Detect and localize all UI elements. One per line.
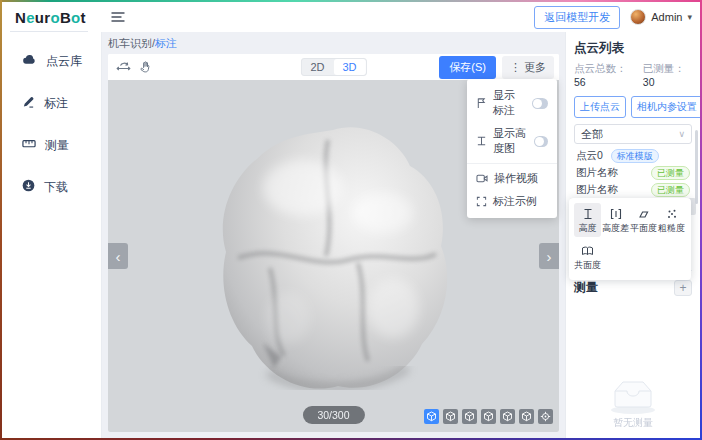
next-image-button[interactable]: › (539, 243, 559, 269)
breadcrumb-current: 标注 (155, 37, 177, 49)
tool-height-diff[interactable]: 高度差 (602, 203, 629, 237)
sidebar-item-annotation[interactable]: 标注 (2, 82, 101, 124)
app-header: NeuroBot 返回模型开发 Admin ▾ (2, 2, 700, 32)
total-label: 点云总数： (574, 62, 627, 74)
frame-border-left (0, 0, 2, 440)
more-dots-icon: ⋮ (510, 61, 521, 74)
sidebar-item-label: 标注 (44, 95, 68, 112)
sidebar: 点云库 标注 测量 下载 (2, 32, 102, 438)
height-map-icon (476, 135, 487, 147)
menu-item-show-heightmap[interactable]: 显示高度图 (467, 122, 557, 160)
breadcrumb: 机车识别/标注 (108, 36, 559, 51)
measure-tool-panel: 高度 高度差 平面度 粗糙度 共面度 (569, 198, 691, 280)
list-scrollbar[interactable] (695, 130, 698, 204)
list-item-image[interactable]: 图片名称 已测量 (574, 181, 692, 198)
upload-pointcloud-button[interactable]: 上传点云 (574, 96, 626, 118)
logo-letter: ur (35, 9, 51, 26)
camera-params-button[interactable]: 相机内参设置 (631, 96, 700, 118)
sidebar-item-download[interactable]: 下载 (2, 166, 101, 208)
measured-badge: 已测量 (651, 166, 690, 180)
panel-buttons: 上传点云 相机内参设置 (574, 96, 692, 118)
pagination-indicator: 30/300 (302, 406, 364, 424)
cloud-icon (22, 54, 37, 68)
tool-coplanarity[interactable]: 共面度 (574, 240, 601, 274)
more-menu-dropdown: 显示标注 显示高度图 操作视频 标注示例 (467, 79, 557, 218)
rotate-tool-icon[interactable] (113, 57, 135, 77)
coplanarity-icon (581, 244, 594, 257)
tool-height[interactable]: 高度 (574, 203, 601, 237)
empty-text: 暂无测量 (613, 416, 653, 430)
logo-letter: e (26, 9, 35, 26)
sidebar-item-label: 测量 (45, 137, 69, 154)
save-button[interactable]: 保存(S) (439, 56, 496, 79)
panel-stats: 点云总数：56 已测量：30 (574, 62, 692, 88)
sidebar-item-label: 点云库 (46, 53, 82, 70)
cube-view-6-button[interactable] (519, 409, 534, 424)
list-item-image[interactable]: 图片名称 已测量 (574, 164, 692, 181)
logo-letter: o (50, 9, 59, 26)
tool-roughness[interactable]: 粗糙度 (658, 203, 685, 237)
logo-letter: B (60, 9, 71, 26)
cube-view-2-button[interactable] (443, 409, 458, 424)
username: Admin (651, 11, 682, 23)
sidebar-item-measure[interactable]: 测量 (2, 124, 101, 166)
pointcloud-list-panel: 点云列表 点云总数：56 已测量：30 上传点云 相机内参设置 全部 ∨ 点云0… (565, 32, 700, 438)
show-heightmap-toggle[interactable] (534, 136, 548, 147)
roughness-icon (666, 207, 678, 220)
menu-item-annotation-example[interactable]: 标注示例 (467, 190, 557, 213)
locate-view-button[interactable] (538, 409, 553, 424)
avatar (630, 9, 646, 25)
user-menu[interactable]: Admin ▾ (630, 9, 692, 25)
list-item-pointcloud0[interactable]: 点云0 标准模版 (574, 147, 692, 164)
logo-letter: t (80, 9, 85, 26)
view-mode-toggle: 2D 3D (300, 58, 366, 76)
measured-label: 已测量： (643, 62, 685, 74)
view-preset-bar (424, 409, 553, 424)
app-logo: NeuroBot (2, 2, 102, 32)
breadcrumb-parent[interactable]: 机车识别 (108, 37, 152, 49)
flatness-icon (637, 207, 650, 220)
pen-icon (22, 95, 35, 111)
tool-flatness[interactable]: 平面度 (630, 203, 657, 237)
ruler-icon (22, 137, 36, 153)
sidebar-item-pointcloud-library[interactable]: 点云库 (2, 40, 101, 82)
viewer-toolbar: 2D 3D 保存(S) ⋮ 更多 (108, 54, 559, 80)
cube-view-5-button[interactable] (500, 409, 515, 424)
cube-view-4-button[interactable] (481, 409, 496, 424)
view-mode-3d[interactable]: 3D (334, 59, 366, 75)
chevron-left-icon: ‹ (116, 248, 121, 265)
toolbar-actions: 保存(S) ⋮ 更多 (439, 56, 554, 79)
logo-letter: N (15, 9, 26, 26)
add-measure-button[interactable]: + (674, 280, 692, 296)
height-diff-icon (610, 207, 622, 220)
menu-item-operation-video[interactable]: 操作视频 (467, 167, 557, 190)
prev-image-button[interactable]: ‹ (108, 243, 128, 269)
panel-title: 点云列表 (574, 40, 692, 57)
show-annotations-toggle[interactable] (532, 98, 548, 109)
cube-view-3-button[interactable] (462, 409, 477, 424)
measured-value: 30 (643, 76, 655, 88)
back-to-model-dev-button[interactable]: 返回模型开发 (534, 6, 620, 29)
menu-collapse-icon[interactable] (111, 11, 125, 23)
empty-state: 暂无测量 (566, 373, 700, 430)
measured-badge: 已测量 (651, 183, 690, 197)
main-area: 机车识别/标注 2D 3D 保存(S) (102, 32, 565, 438)
download-icon (22, 179, 35, 195)
pan-hand-icon[interactable] (135, 57, 157, 77)
frame-border-top (0, 0, 702, 2)
flag-icon (476, 97, 487, 109)
header-actions: 返回模型开发 Admin ▾ (534, 6, 700, 29)
tooth-3d-model[interactable] (208, 118, 458, 410)
cube-iso-view-button[interactable] (424, 409, 439, 424)
logo-letter: o (71, 9, 80, 26)
video-icon (476, 173, 488, 184)
filter-select[interactable]: 全部 ∨ (574, 124, 692, 144)
frame-icon (476, 196, 487, 207)
menu-item-show-annotations[interactable]: 显示标注 (467, 84, 557, 122)
menu-divider (467, 163, 557, 164)
height-icon (582, 207, 594, 220)
template-badge: 标准模版 (611, 149, 659, 163)
view-mode-2d[interactable]: 2D (301, 59, 333, 75)
app-frame: NeuroBot 返回模型开发 Admin ▾ 点云库 标注 (0, 0, 702, 440)
more-button[interactable]: ⋮ 更多 (502, 56, 554, 79)
